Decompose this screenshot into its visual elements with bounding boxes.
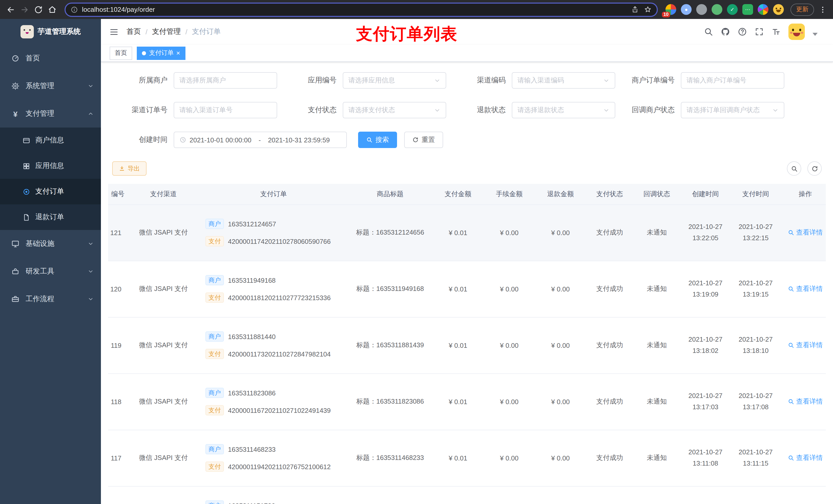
doc-icon xyxy=(23,213,30,221)
blue-extension-icon[interactable]: ● xyxy=(681,4,692,15)
sidebar-item-app-info[interactable]: 应用信息 xyxy=(0,153,101,179)
sidebar-item-system[interactable]: 系统管理 xyxy=(0,72,101,100)
view-detail-link[interactable]: 查看详情 xyxy=(788,284,823,293)
view-detail-link[interactable]: 查看详情 xyxy=(788,453,823,462)
table-toolbar: 导出 xyxy=(108,161,826,176)
sidebar-item-infrastructure[interactable]: 基础设施 xyxy=(0,230,101,258)
pay-channel-cell: 微信 JSAPI 支付 xyxy=(127,430,199,486)
filter-pay-status: 支付状态 请选择支付状态 xyxy=(277,102,446,118)
share-icon[interactable] xyxy=(631,6,639,13)
pay-tag: 支付 xyxy=(206,461,224,472)
refresh-icon xyxy=(412,137,419,143)
tool-icon xyxy=(11,267,20,275)
close-icon[interactable]: × xyxy=(176,50,180,56)
breadcrumb: 首页/支付管理/支付订单 xyxy=(126,27,221,37)
url-text[interactable]: localhost:1024/pay/order xyxy=(82,6,627,13)
filter-channel-order-no: 渠道订单号 请输入渠道订单号 xyxy=(108,102,277,118)
export-button[interactable]: 导出 xyxy=(112,161,146,176)
forward-icon[interactable] xyxy=(20,5,29,14)
colorful-extension-icon[interactable]: 10 xyxy=(665,4,676,15)
pinwheel-extension-icon[interactable] xyxy=(758,4,768,15)
reload-icon[interactable] xyxy=(34,5,43,14)
sidebar-item-pay-order[interactable]: 支付订单 xyxy=(0,179,101,205)
notify-status-select[interactable]: 请选择订单回调商户状态 xyxy=(681,102,784,118)
url-bar[interactable]: localhost:1024/pay/order xyxy=(65,2,658,17)
filter-channel-code: 渠道编码 请输入渠道编码 xyxy=(446,72,615,89)
tab-pay-order[interactable]: 支付订单 × xyxy=(137,46,185,60)
gray-extension-icon[interactable] xyxy=(696,4,707,15)
breadcrumb-pay-manage[interactable]: 支付管理 xyxy=(152,27,181,37)
date-range-input[interactable]: 2021-10-01 00:00:00 - 2021-10-31 23:59:5… xyxy=(174,131,347,148)
info-icon[interactable] xyxy=(71,6,78,13)
green-extension-icon[interactable] xyxy=(712,4,722,15)
sidebar-item-home[interactable]: 首页 xyxy=(0,45,101,72)
tab-home[interactable]: 首页 xyxy=(110,46,132,60)
goods-title-cell: 标题：1635311823086 xyxy=(348,374,432,430)
view-detail-link[interactable]: 查看详情 xyxy=(788,341,823,350)
placeholder-text: 请选择所属商户 xyxy=(179,76,271,85)
breadcrumb-home[interactable]: 首页 xyxy=(126,27,141,37)
search-icon[interactable] xyxy=(704,27,713,37)
refresh-button[interactable] xyxy=(807,161,822,176)
sidebar-item-refund-order[interactable]: 退款订单 xyxy=(0,205,101,230)
view-detail-link[interactable]: 查看详情 xyxy=(788,397,823,406)
view-detail-link[interactable]: 查看详情 xyxy=(788,228,823,237)
pay-channel-cell: 微信 JSAPI 支付 xyxy=(127,317,199,374)
pay-channel-cell: 微信 JSAPI 支付 xyxy=(127,205,199,261)
pay-order-cell: 商户 1635311823086 支付 42000011672021102710… xyxy=(199,374,348,430)
sidebar-item-workflow[interactable]: 工作流程 xyxy=(0,285,101,313)
channel-order-no-input[interactable]: 请输入渠道订单号 xyxy=(174,102,277,118)
font-size-icon[interactable] xyxy=(771,27,781,37)
caret-down-icon[interactable] xyxy=(812,33,818,36)
extension-badge: 10 xyxy=(662,12,670,18)
bookmark-star-icon[interactable] xyxy=(644,6,652,13)
home-icon[interactable] xyxy=(48,5,57,14)
reset-button[interactable]: 重置 xyxy=(404,131,443,148)
notify-status-cell: 未通知 xyxy=(633,430,680,486)
goods-title-cell: 标题：1635311881439 xyxy=(348,317,432,374)
back-icon[interactable] xyxy=(6,5,15,14)
screen: localhost:1024/pay/order 10●✓⋯ 更新 芋道管理系统… xyxy=(0,0,833,504)
check-extension-icon[interactable]: ✓ xyxy=(727,4,738,15)
sidebar-item-merchant-info[interactable]: 商户信息 xyxy=(0,127,101,153)
fullscreen-icon[interactable] xyxy=(755,27,764,37)
app-logo[interactable]: 芋道管理系统 xyxy=(0,19,101,45)
hamburger-icon[interactable] xyxy=(109,27,119,37)
help-icon[interactable] xyxy=(738,27,747,37)
emoji-extension-icon[interactable] xyxy=(773,4,784,15)
date-start[interactable]: 2021-10-01 00:00:00 xyxy=(190,136,251,144)
menu-dots-icon[interactable] xyxy=(819,5,827,14)
refund-amount-cell: ¥ 0.00 xyxy=(535,374,586,430)
create-time-cell xyxy=(680,486,731,504)
fee-amount-cell: ¥ 0.00 xyxy=(484,205,535,261)
magnifier-icon xyxy=(788,342,794,348)
pay-tag: 支付 xyxy=(206,292,224,303)
sidebar-item-dev-tools[interactable]: 研发工具 xyxy=(0,258,101,285)
toggle-search-button[interactable] xyxy=(787,161,801,176)
chat-extension-icon[interactable]: ⋯ xyxy=(742,4,753,15)
chevron-down-icon xyxy=(88,268,94,274)
date-end[interactable]: 2021-10-31 23:59:59 xyxy=(268,136,330,144)
channel-pay-no: 4200001167202110271022491439 xyxy=(228,406,331,414)
app-no-select[interactable]: 请选择应用信息 xyxy=(343,72,446,89)
pay-status-cell: 支付成功 xyxy=(586,261,633,317)
goods-title-cell: 标题：1635312124656 xyxy=(348,205,432,261)
notify-status-cell: 未通知 xyxy=(633,205,680,261)
merchant-tag: 商户 xyxy=(206,331,224,342)
refund-status-select[interactable]: 请选择退款状态 xyxy=(512,102,615,118)
pay-tag: 支付 xyxy=(206,405,224,415)
user-avatar[interactable] xyxy=(788,24,805,40)
update-button[interactable]: 更新 xyxy=(790,3,814,16)
notify-status-cell: 未通知 xyxy=(633,374,680,430)
sidebar-item-payment[interactable]: ¥ 支付管理 xyxy=(0,100,101,127)
merchant-order-no-input[interactable]: 请输入商户订单编号 xyxy=(681,72,784,89)
github-icon[interactable] xyxy=(721,27,730,37)
magnifier-icon xyxy=(788,286,794,292)
pay-status-cell xyxy=(586,486,633,504)
search-button[interactable]: 搜索 xyxy=(358,131,397,148)
channel-code-select[interactable]: 请输入渠道编码 xyxy=(512,72,615,89)
merchant-input[interactable]: 请选择所属商户 xyxy=(174,72,277,89)
pay-channel-cell: 微信 JSAPI 支付 xyxy=(127,374,199,430)
channel-pay-no: 4200001173202110272847982104 xyxy=(228,350,331,358)
pay-status-select[interactable]: 请选择支付状态 xyxy=(343,102,446,118)
